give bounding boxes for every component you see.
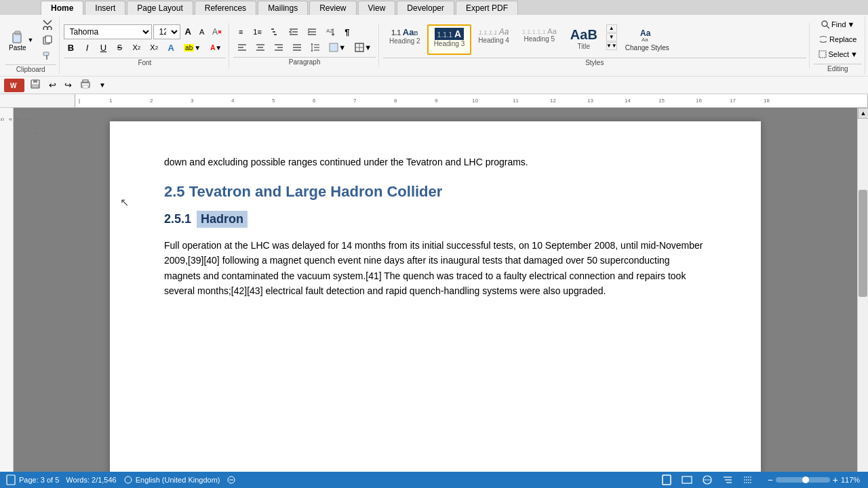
status-bar: Page: 3 of 5 Words: 2/1,546 English (Uni…: [0, 472, 868, 488]
language-icon: [123, 475, 133, 485]
svg-text:AZ: AZ: [326, 28, 333, 34]
borders-button[interactable]: ▼: [351, 41, 376, 54]
sort-button[interactable]: AZ: [321, 25, 339, 39]
change-styles-button[interactable]: Aa Aa Change Styles: [619, 24, 675, 55]
svg-line-42: [827, 26, 829, 28]
style-heading2-preview: 1.1 AaB: [391, 27, 418, 37]
tab-bar: Home Insert Page Layout References Maili…: [0, 0, 868, 15]
copy-button[interactable]: [39, 33, 56, 47]
office-button[interactable]: W: [4, 79, 24, 92]
paragraph-label: Paragraph: [233, 57, 376, 66]
tab-home[interactable]: Home: [41, 1, 83, 15]
style-heading3[interactable]: 1.1.1 A Heading 3: [427, 24, 472, 55]
paste-dropdown-icon[interactable]: ▼: [28, 37, 34, 43]
line-spacing-button[interactable]: [307, 41, 324, 54]
justify-button[interactable]: [288, 41, 306, 54]
tab-developer[interactable]: Developer: [397, 1, 454, 15]
find-button[interactable]: Find ▼: [814, 18, 862, 31]
tab-review[interactable]: Review: [309, 1, 356, 15]
decrease-indent-button[interactable]: [285, 25, 302, 39]
full-screen-icon: [682, 474, 692, 485]
clear-format-button[interactable]: A: [209, 25, 225, 39]
bold-button[interactable]: B: [64, 41, 79, 55]
numbering-button[interactable]: 1≡: [249, 26, 266, 38]
cut-button[interactable]: [39, 17, 56, 32]
font-size-select[interactable]: 12: [153, 24, 180, 39]
strikethrough-button[interactable]: S: [113, 41, 127, 54]
scroll-up-button[interactable]: ▲: [858, 108, 868, 119]
styles-expand[interactable]: ▼▼: [606, 42, 617, 50]
view-full-screen[interactable]: [678, 472, 696, 487]
track-changes-status: [226, 475, 236, 485]
multilevel-list-button[interactable]: [267, 25, 284, 39]
increase-indent-button[interactable]: [303, 25, 321, 39]
zoom-out-button[interactable]: −: [768, 474, 773, 485]
style-heading5[interactable]: 1.1.1.1.1 Aa Heading 5: [516, 24, 563, 55]
undo-button[interactable]: ↩: [46, 79, 59, 91]
align-center-button[interactable]: [252, 41, 269, 54]
toolbar-dropdown[interactable]: ▼: [96, 81, 108, 89]
redo-button[interactable]: ↪: [62, 79, 75, 91]
document[interactable]: ↖ down and excluding possible ranges con…: [110, 121, 761, 486]
save-button[interactable]: [27, 78, 43, 92]
editing-section: Find ▼ Replace Select ▼ Editing: [811, 16, 865, 75]
page-status: Page: 3 of 5: [5, 474, 59, 485]
tab-insert[interactable]: Insert: [85, 1, 125, 15]
text-effects-button[interactable]: A: [163, 41, 178, 55]
print-icon: [80, 79, 91, 89]
section-heading-25: 2.5 Tevatron and Large Hadron Collider: [164, 183, 707, 201]
shrink-font-button[interactable]: A: [196, 26, 208, 38]
select-button[interactable]: Select ▼: [814, 47, 862, 61]
superscript-button[interactable]: X2: [146, 41, 162, 54]
tab-page-layout[interactable]: Page Layout: [127, 1, 193, 15]
svg-rect-48: [32, 85, 39, 87]
svg-text:A: A: [212, 27, 218, 37]
scroll-thumb[interactable]: [859, 190, 867, 297]
italic-button[interactable]: I: [80, 41, 95, 55]
svg-rect-47: [33, 80, 37, 83]
text-highlight-button[interactable]: ab▼: [180, 42, 205, 54]
tab-mailings[interactable]: Mailings: [258, 1, 308, 15]
style-title-preview: AaB: [570, 27, 597, 43]
clipboard-label: Clipboard: [5, 64, 56, 74]
grow-font-button[interactable]: A: [182, 24, 195, 39]
style-heading2[interactable]: 1.1 AaB Heading 2: [383, 24, 427, 55]
styles-scroll-down[interactable]: ▼: [606, 33, 617, 41]
find-icon: [821, 20, 830, 29]
font-name-select[interactable]: Tahoma: [64, 24, 152, 39]
style-title[interactable]: AaB Title: [564, 24, 604, 55]
format-painter-button[interactable]: [39, 48, 56, 63]
subheading-row: 2.5.1 Hadron: [164, 211, 707, 228]
shading-button[interactable]: ▼: [325, 41, 350, 54]
tab-view[interactable]: View: [358, 1, 396, 15]
view-web-layout[interactable]: [698, 472, 716, 487]
subscript-button[interactable]: X2: [129, 41, 145, 54]
underline-button[interactable]: U: [96, 41, 111, 55]
outline-icon: [722, 474, 733, 485]
paste-button[interactable]: Paste ▼: [5, 27, 37, 54]
tab-references[interactable]: References: [195, 1, 256, 15]
zoom-in-button[interactable]: +: [833, 474, 838, 485]
style-heading5-preview: 1.1.1.1.1 Aa: [522, 27, 557, 35]
language-status: English (United Kingdom): [123, 475, 220, 485]
replace-button[interactable]: Replace: [814, 33, 862, 46]
styles-scroll-up[interactable]: ▲: [606, 24, 617, 33]
bullets-button[interactable]: ≡: [233, 26, 248, 38]
style-heading4[interactable]: 1.1.1.1 Aa Heading 4: [472, 24, 515, 55]
print-preview-button[interactable]: [77, 78, 94, 92]
language-label: English (United Kingdom): [136, 476, 220, 484]
subheading-highlight: Hadron: [197, 211, 248, 228]
scroll-track[interactable]: [858, 119, 868, 475]
tab-expert-pdf[interactable]: Expert PDF: [456, 1, 518, 15]
font-color-button[interactable]: A▼: [206, 42, 226, 54]
align-left-button[interactable]: [233, 41, 251, 54]
zoom-thumb[interactable]: [802, 476, 809, 483]
zoom-slider[interactable]: [776, 477, 830, 483]
show-formatting-button[interactable]: ¶: [340, 25, 355, 39]
document-area[interactable]: ↖ down and excluding possible ranges con…: [14, 108, 857, 486]
increase-indent-icon: [307, 27, 317, 37]
view-outline[interactable]: [719, 472, 736, 487]
view-print-layout[interactable]: [658, 472, 675, 487]
align-right-button[interactable]: [270, 41, 288, 54]
view-draft[interactable]: [739, 472, 757, 487]
